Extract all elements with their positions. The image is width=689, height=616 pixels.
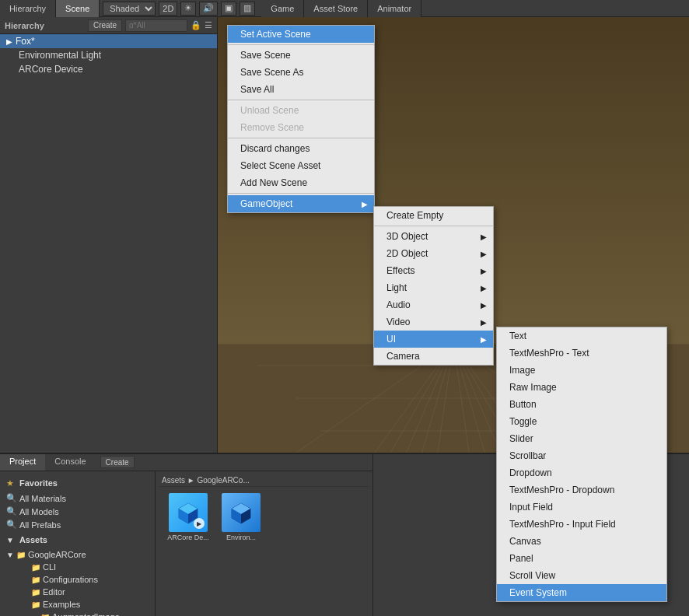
cli-item[interactable]: 📁 CLI: [3, 561, 152, 573]
tab-console[interactable]: Console: [45, 454, 95, 471]
hierarchy-create-btn[interactable]: Create: [88, 19, 122, 32]
cm-remove-scene[interactable]: Remove Scene: [228, 119, 374, 136]
cm-set-active-scene[interactable]: Set Active Scene: [228, 26, 374, 43]
cube-icon-environ: [229, 501, 253, 524]
augmented-image-item[interactable]: 📁 AugmentedImage: [3, 611, 152, 616]
asset-label-arcore: ARCore De...: [167, 534, 209, 541]
tab-scene[interactable]: Scene: [56, 0, 100, 17]
tab-game[interactable]: Game: [261, 0, 304, 17]
cm-audio[interactable]: Audio: [374, 296, 493, 313]
folder-icon-conf: 📁: [31, 576, 40, 584]
examples-item[interactable]: 📁 Examples: [3, 598, 152, 611]
cm-camera[interactable]: Camera: [374, 348, 493, 365]
cm-light[interactable]: Light: [374, 279, 493, 296]
hierarchy-menu-icon[interactable]: ☰: [205, 20, 212, 30]
hierarchy-header: Hierarchy Create 🔒 ☰: [0, 17, 217, 34]
cm-3d-object[interactable]: 3D Object: [374, 228, 493, 245]
asset-item-arcore[interactable]: ▶ ARCore De...: [165, 493, 212, 541]
folder-icon-ex: 📁: [31, 600, 40, 609]
google-arcore-item[interactable]: ▼ 📁 GoogleARCore: [3, 548, 152, 561]
play-icon-arcore: ▶: [194, 518, 205, 529]
cm-2d-object[interactable]: 2D Object: [374, 245, 493, 262]
asset-grid: ▶ ARCore De... En: [159, 487, 369, 548]
hierarchy-lock-icon[interactable]: 🔒: [191, 20, 201, 30]
folder-icon-google: 📁: [16, 551, 26, 559]
tab-hierarchy[interactable]: Hierarchy: [0, 0, 56, 17]
all-materials-item[interactable]: 🔍 All Materials: [3, 492, 152, 505]
hierarchy-title: Hierarchy: [5, 21, 44, 30]
cm-toggle[interactable]: Toggle: [497, 413, 666, 430]
cm-save-all[interactable]: Save All: [228, 81, 374, 98]
cm-save-scene-as[interactable]: Save Scene As: [228, 64, 374, 81]
asset-label-environ: Environ...: [226, 534, 256, 541]
aspect-btn[interactable]: ▥: [240, 2, 255, 16]
cm-discard-changes[interactable]: Discard changes: [228, 140, 374, 157]
tab-asset-store[interactable]: Asset Store: [304, 0, 368, 17]
search-icon-mat: 🔍: [6, 493, 17, 503]
cm-input-field[interactable]: Input Field: [497, 499, 666, 516]
hierarchy-item-arcore-device[interactable]: ARCore Device: [0, 62, 217, 76]
cm-textmeshpro-input-field[interactable]: TextMeshPro - Input Field: [497, 516, 666, 533]
star-icon: ★: [6, 478, 14, 488]
editor-label: Editor: [43, 587, 65, 597]
cli-label: CLI: [43, 562, 56, 572]
editor-item[interactable]: 📁 Editor: [3, 586, 152, 598]
tab-animator[interactable]: Animator: [368, 0, 421, 17]
cm-save-scene[interactable]: Save Scene: [228, 47, 374, 64]
audio-btn[interactable]: 🔊: [199, 2, 218, 16]
google-arcore-label: GoogleARCore: [28, 550, 86, 559]
all-models-item[interactable]: 🔍 All Models: [3, 505, 152, 518]
cm-gameobject[interactable]: GameObject: [228, 195, 374, 212]
fx-btn[interactable]: ▣: [221, 2, 236, 16]
cm-slider[interactable]: Slider: [497, 430, 666, 447]
cm-image[interactable]: Image: [497, 362, 666, 379]
cm-add-new-scene[interactable]: Add New Scene: [228, 174, 374, 191]
assets-section: ▼ Assets: [3, 531, 152, 548]
cm-text[interactable]: Text: [497, 327, 666, 345]
favorites-section: ★ Favorites: [3, 474, 152, 492]
cm-scroll-view[interactable]: Scroll View: [497, 567, 666, 584]
cm-textmeshpro-dropdown[interactable]: TextMeshPro - Dropdown: [497, 481, 666, 499]
cm-button[interactable]: Button: [497, 396, 666, 413]
folder-icon-cli: 📁: [31, 563, 40, 572]
mode-2d-btn[interactable]: 2D: [159, 2, 177, 16]
hierarchy-actions: Create 🔒 ☰: [88, 19, 212, 32]
cm-event-system[interactable]: Event System: [497, 584, 666, 601]
arrow-icon-google: ▼: [6, 551, 14, 559]
cm-raw-image[interactable]: Raw Image: [497, 379, 666, 396]
cm-unload-scene[interactable]: Unload Scene: [228, 102, 374, 119]
cm-effects[interactable]: Effects: [374, 262, 493, 279]
project-tabs: Project Console Create: [0, 454, 372, 471]
cm-canvas[interactable]: Canvas: [497, 533, 666, 550]
all-prefabs-item[interactable]: 🔍 All Prefabs: [3, 518, 152, 531]
cm-video[interactable]: Video: [374, 313, 493, 331]
gameobject-context-menu: Create Empty 3D Object 2D Object Effects…: [373, 206, 494, 366]
hierarchy-search[interactable]: [125, 19, 187, 32]
shading-select[interactable]: Shaded: [103, 2, 156, 16]
go-separator-1: [374, 226, 493, 226]
hierarchy-scene-name: Fox*: [16, 36, 35, 47]
cm-dropdown[interactable]: Dropdown: [497, 464, 666, 481]
cm-scrollbar[interactable]: Scrollbar: [497, 447, 666, 464]
hierarchy-item-fox[interactable]: ▶ Fox*: [0, 34, 217, 48]
hierarchy-item-environmental-light[interactable]: Environmental Light: [0, 48, 217, 62]
configurations-item[interactable]: 📁 Configurations: [3, 573, 152, 586]
cm-panel[interactable]: Panel: [497, 550, 666, 567]
cm-select-scene-asset[interactable]: Select Scene Asset: [228, 157, 374, 174]
cm-separator-2: [228, 100, 374, 100]
scene-toolbar: Shaded 2D ☀ 🔊 ▣ ▥: [103, 2, 255, 16]
tab-project[interactable]: Project: [0, 454, 45, 471]
cm-ui[interactable]: UI: [374, 331, 493, 348]
all-materials-label: All Materials: [19, 494, 66, 503]
examples-label: Examples: [43, 600, 80, 609]
search-icon-mod: 🔍: [6, 506, 17, 516]
project-create-btn[interactable]: Create: [100, 456, 135, 468]
arrow-icon: ▶: [6, 37, 12, 46]
favorites-title: Favorites: [16, 476, 61, 490]
assets-title: Assets: [16, 533, 51, 547]
lighting-btn[interactable]: ☀: [180, 2, 196, 16]
cm-textmeshpro-text[interactable]: TextMeshPro - Text: [497, 345, 666, 362]
asset-item-environ[interactable]: Environ...: [218, 493, 264, 541]
hierarchy-item-label-arcore: ARCore Device: [19, 64, 83, 75]
cm-create-empty[interactable]: Create Empty: [374, 207, 493, 224]
